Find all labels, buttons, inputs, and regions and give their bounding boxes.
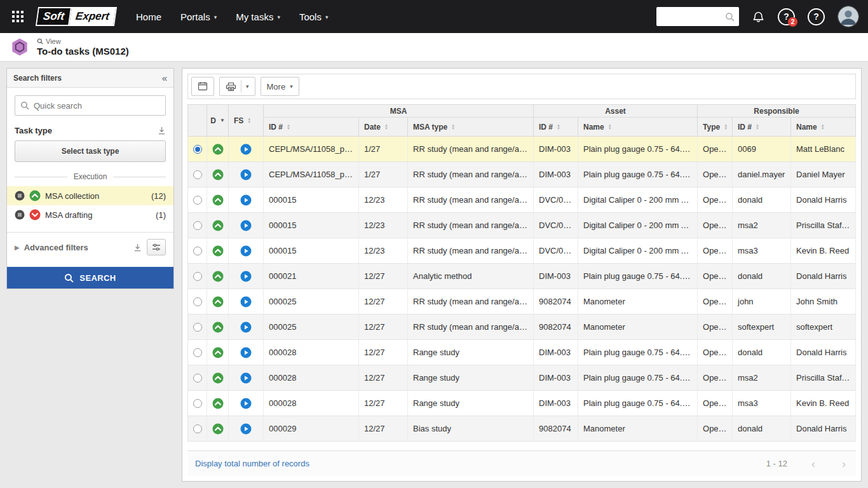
table-row[interactable]: 00002912/27Bias study9082074ManometerOpe… bbox=[188, 416, 856, 442]
cell-msa-type: RR study (mean and range/anova) bbox=[408, 238, 534, 264]
cell-fs bbox=[229, 391, 264, 416]
cell-select bbox=[188, 416, 207, 442]
task-type-item[interactable]: MSA drafting(1) bbox=[7, 205, 173, 224]
row-select-radio[interactable] bbox=[193, 348, 202, 357]
topbar: Soft Expert HomePortals▾My tasks▾Tools▾ … bbox=[0, 0, 868, 33]
execute-task-icon[interactable] bbox=[240, 169, 252, 180]
column-d[interactable]: D▼ bbox=[207, 105, 229, 137]
table-row[interactable]: 00002812/27Range studyDIM-003Plain plug … bbox=[188, 365, 856, 391]
softexpert-logo[interactable]: Soft Expert bbox=[36, 7, 117, 26]
cell-asset-id: DVC/0853 bbox=[534, 213, 578, 238]
execute-task-icon[interactable] bbox=[240, 296, 252, 308]
apps-grid-icon[interactable] bbox=[9, 8, 27, 25]
cell-d bbox=[207, 315, 229, 340]
sort-icon[interactable]: ▲▼ bbox=[608, 124, 612, 130]
schedule-button[interactable] bbox=[191, 77, 214, 96]
search-button[interactable]: SEARCH bbox=[7, 267, 173, 288]
sort-icon[interactable]: ▲▼ bbox=[557, 124, 560, 130]
execute-task-icon[interactable] bbox=[240, 194, 252, 206]
table-row[interactable]: 00002112/27Analytic methodDIM-003Plain p… bbox=[188, 264, 856, 289]
cell-asset-id: DIM-003 bbox=[534, 264, 578, 289]
row-select-radio[interactable] bbox=[193, 424, 202, 433]
cell-responsible-type: Operator bbox=[698, 238, 733, 264]
sort-icon[interactable]: ▲▼ bbox=[724, 124, 728, 130]
row-select-radio[interactable] bbox=[193, 196, 202, 205]
execute-task-icon[interactable] bbox=[240, 322, 252, 333]
table-row[interactable]: 00002512/27RR study (mean and range/anov… bbox=[188, 289, 856, 315]
execute-task-icon[interactable] bbox=[240, 372, 252, 384]
column-resp-type[interactable]: Type▲▼ bbox=[698, 118, 733, 137]
column-msa-id[interactable]: ID #▲▼ bbox=[264, 118, 359, 137]
print-button[interactable]: ▾ bbox=[219, 77, 255, 96]
more-button[interactable]: More ▾ bbox=[261, 77, 299, 96]
global-search-input[interactable] bbox=[661, 12, 725, 22]
caret-down-icon[interactable]: ▾ bbox=[246, 83, 249, 90]
row-select-radio[interactable] bbox=[193, 221, 202, 230]
table-row[interactable]: 00002812/27Range studyDIM-003Plain plug … bbox=[188, 391, 856, 416]
configure-filters-button[interactable] bbox=[147, 239, 166, 255]
row-select-radio[interactable] bbox=[193, 170, 202, 179]
cell-select bbox=[188, 187, 207, 213]
cell-responsible-type: Operator bbox=[698, 213, 733, 238]
global-search-box[interactable] bbox=[656, 7, 739, 26]
execute-task-icon[interactable] bbox=[240, 220, 252, 231]
table-row[interactable]: 00001512/23RR study (mean and range/anov… bbox=[188, 238, 856, 264]
execute-task-icon[interactable] bbox=[240, 271, 252, 282]
execute-task-icon[interactable] bbox=[240, 423, 252, 435]
column-date[interactable]: Date▲▼ bbox=[359, 118, 408, 137]
reset-filter-icon[interactable] bbox=[158, 126, 166, 135]
task-type-item[interactable]: MSA collection(12) bbox=[7, 186, 173, 205]
menu-item-home[interactable]: Home bbox=[136, 11, 161, 22]
row-select-radio[interactable] bbox=[193, 145, 202, 154]
execute-task-icon[interactable] bbox=[240, 245, 252, 257]
collapse-panel-icon[interactable]: « bbox=[162, 73, 167, 83]
table-row[interactable]: 00002812/27Range studyDIM-003Plain plug … bbox=[188, 340, 856, 365]
sort-icon[interactable]: ▲▼ bbox=[287, 124, 290, 130]
quick-search-box[interactable] bbox=[15, 95, 166, 116]
column-asset-name[interactable]: Name▲▼ bbox=[578, 118, 698, 137]
row-select-radio[interactable] bbox=[193, 399, 202, 408]
menu-item-my-tasks[interactable]: My tasks▾ bbox=[236, 11, 280, 22]
table-row[interactable]: 00001512/23RR study (mean and range/anov… bbox=[188, 187, 856, 213]
sort-icon[interactable]: ▲▼ bbox=[821, 124, 825, 130]
row-select-radio[interactable] bbox=[193, 272, 202, 281]
sort-icon[interactable]: ▲▼ bbox=[451, 124, 455, 130]
sort-icon[interactable]: ▲▼ bbox=[384, 124, 388, 130]
advanced-filters-row[interactable]: ▶ Advanced filters bbox=[7, 233, 173, 262]
menu-item-tools[interactable]: Tools▾ bbox=[299, 11, 329, 22]
row-select-radio[interactable] bbox=[193, 297, 202, 306]
column-msa-type[interactable]: MSA type▲▼ bbox=[408, 118, 534, 137]
cell-responsible-type: Operator bbox=[698, 137, 733, 162]
menu-item-portals[interactable]: Portals▾ bbox=[180, 11, 217, 22]
notifications-bell-icon[interactable] bbox=[752, 10, 765, 24]
display-total-link[interactable]: Display total number of records bbox=[195, 459, 309, 468]
cell-responsible-name: Donald Harris bbox=[791, 187, 856, 213]
sort-icon[interactable]: ▲▼ bbox=[756, 124, 759, 130]
sort-icon[interactable]: ▲▼ bbox=[247, 118, 251, 124]
cell-responsible-name: John Smith bbox=[791, 289, 856, 315]
support-icon[interactable]: ? 2 bbox=[778, 8, 795, 25]
table-row[interactable]: 00001512/23RR study (mean and range/anov… bbox=[188, 213, 856, 238]
column-resp-name[interactable]: Name▲▼ bbox=[791, 118, 856, 137]
reset-filters-icon[interactable] bbox=[133, 243, 142, 252]
table-row[interactable]: CEPL/MSA/11058_p_02_21/27RR study (mean … bbox=[188, 162, 856, 187]
cell-date: 1/27 bbox=[359, 162, 408, 187]
column-resp-id[interactable]: ID #▲▼ bbox=[733, 118, 791, 137]
quick-search-input[interactable] bbox=[34, 101, 160, 111]
table-row[interactable]: CEPL/MSA/11058_p_02_21/27RR study (mean … bbox=[188, 137, 856, 162]
help-icon[interactable]: ? bbox=[808, 8, 825, 25]
row-select-radio[interactable] bbox=[193, 374, 202, 383]
execute-task-icon[interactable] bbox=[240, 144, 252, 155]
user-avatar[interactable] bbox=[837, 6, 859, 27]
execute-task-icon[interactable] bbox=[240, 398, 252, 409]
table-row[interactable]: 00002512/27RR study (mean and range/anov… bbox=[188, 315, 856, 340]
next-page-icon[interactable]: › bbox=[839, 458, 848, 470]
row-select-radio[interactable] bbox=[193, 323, 202, 332]
execute-task-icon[interactable] bbox=[240, 347, 252, 358]
column-fs[interactable]: FS▲▼ bbox=[229, 105, 264, 137]
cell-msa-type: RR study (mean and range/anova) bbox=[408, 289, 534, 315]
select-task-type-button[interactable]: Select task type bbox=[15, 140, 166, 162]
row-select-radio[interactable] bbox=[193, 247, 202, 255]
column-asset-id[interactable]: ID #▲▼ bbox=[534, 118, 578, 137]
prev-page-icon[interactable]: ‹ bbox=[809, 458, 818, 470]
